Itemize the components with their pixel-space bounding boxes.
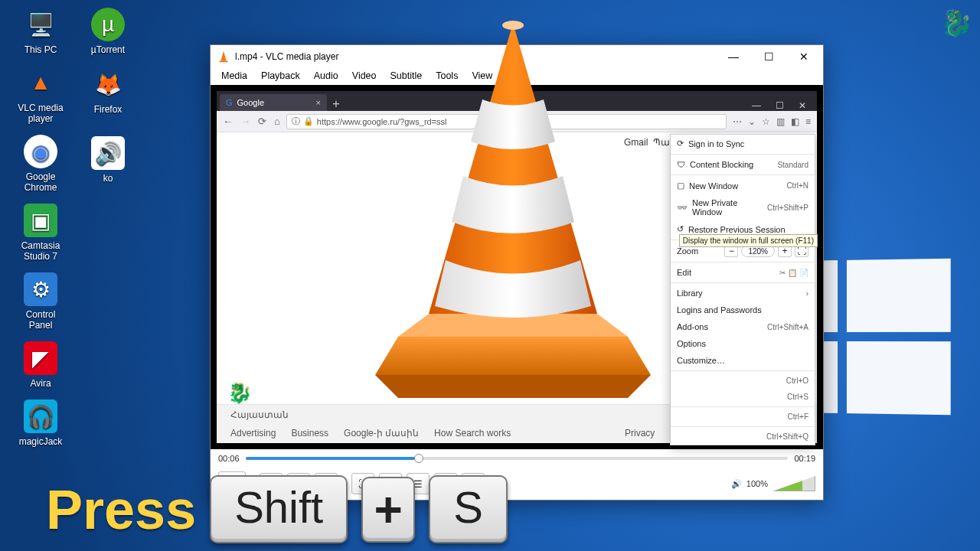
ff-maximize-button[interactable]: ☐ (768, 100, 791, 111)
menu-save-page[interactable]: Ctrl+S (671, 389, 815, 405)
menu-help[interactable]: Help (500, 68, 532, 85)
reader-icon[interactable]: ⋯ (733, 116, 742, 127)
ff-close-button[interactable]: ✕ (791, 100, 814, 111)
sync-icon: ⟳ (677, 139, 684, 148)
menu-video[interactable]: Video (346, 68, 383, 85)
key-s: S (429, 475, 508, 543)
tab-close-icon[interactable]: × (316, 98, 321, 107)
firefox-toolbar: ← → ⟳ ⌂ ⓘ 🔒 https://www.google.ru/?gws_r… (217, 111, 817, 132)
vlc-window: l.mp4 - VLC media player — ☐ ✕ Media Pla… (210, 44, 824, 500)
desktop-icon-chrome[interactable]: ◉Google Chrome (14, 135, 67, 193)
window-icon: ▢ (677, 181, 684, 191)
menu-library[interactable]: Library› (671, 285, 815, 302)
dragon-watermark-icon: 🐉 (940, 8, 972, 38)
menu-audio[interactable]: Audio (308, 68, 345, 85)
desktop-icon-ko[interactable]: 🔊ko (81, 136, 135, 184)
address-bar[interactable]: ⓘ 🔒 https://www.google.ru/?gws_rd=ssl (286, 114, 727, 129)
back-button[interactable]: ← (223, 116, 233, 127)
mask-icon: 👓 (677, 203, 688, 213)
minimize-button[interactable]: — (716, 45, 751, 68)
desktop-icon-camtasia[interactable]: ▣Camtasia Studio 7 (14, 204, 67, 262)
menu-open-file[interactable]: Ctrl+O (671, 373, 815, 389)
volume-slider[interactable] (773, 476, 815, 491)
desktop-icon-magicjack[interactable]: 🎧magicJack (14, 399, 67, 447)
menu-options[interactable]: Options (671, 335, 815, 352)
menu-media[interactable]: Media (215, 68, 253, 85)
desktop-icon-utorrent[interactable]: µµTorrent (81, 8, 135, 55)
desktop-icon-control-panel[interactable]: ⚙Control Panel (14, 272, 67, 331)
new-tab-button[interactable]: + (327, 97, 345, 111)
menu-edit: Edit✂ 📋 📄 (671, 264, 815, 281)
svg-marker-0 (220, 51, 226, 61)
footer-advertising[interactable]: Advertising (230, 428, 276, 439)
restore-icon: ↺ (677, 224, 684, 234)
time-total[interactable]: 00:19 (794, 454, 815, 463)
forward-button[interactable]: → (240, 116, 250, 127)
menu-logins[interactable]: Logins and Passwords (671, 302, 815, 318)
menu-sign-in-sync[interactable]: ⟳Sign in to Sync (671, 135, 815, 152)
menu-find[interactable]: Ctrl+F (671, 409, 815, 425)
firefox-window-controls: — ☐ ✕ (745, 100, 814, 111)
instruction-text: Press (46, 478, 196, 541)
vlc-menubar: Media Playback Audio Video Subtitle Tool… (211, 68, 823, 85)
menu-playback[interactable]: Playback (255, 68, 306, 85)
seek-slider[interactable] (246, 453, 789, 464)
menu-tools[interactable]: Tools (430, 68, 464, 85)
vlc-seekbar-row: 00:06 00:19 (211, 449, 823, 468)
volume-label: 100% (746, 479, 768, 488)
time-elapsed[interactable]: 00:06 (218, 454, 240, 463)
hamburger-menu-button[interactable]: ≡ (805, 116, 811, 127)
menu-subtitle[interactable]: Subtitle (384, 68, 429, 85)
pocket-icon[interactable]: ⌄ (748, 116, 756, 127)
desktop-icon-this-pc[interactable]: 🖥️This PC (14, 8, 67, 55)
home-button[interactable]: ⌂ (274, 116, 280, 127)
vlc-video-area: G Google × + — ☐ ✕ ← → ⟳ ⌂ (211, 85, 823, 449)
desktop-icon-avira[interactable]: ◤Avira (14, 341, 67, 389)
svg-rect-1 (220, 60, 228, 62)
menu-view[interactable]: View (466, 68, 498, 85)
shield-icon: 🛡 (677, 160, 685, 169)
volume-control: 🔊 100% (731, 476, 815, 491)
menu-customize[interactable]: Customize… (671, 352, 815, 369)
fullscreen-tooltip: Display the window in full screen (F11) (679, 234, 818, 247)
menu-exit[interactable]: Ctrl+Shift+Q (671, 429, 815, 445)
desktop-icons: 🖥️This PC µµTorrent ▲VLC media player 🦊F… (14, 8, 106, 458)
star-icon[interactable]: ☆ (762, 116, 770, 127)
dragon-icon: 🐉 (227, 381, 252, 405)
footer-about[interactable]: Google-ի մասին (344, 428, 419, 439)
close-button[interactable]: ✕ (786, 45, 822, 68)
desktop-icon-vlc[interactable]: ▲VLC media player (14, 66, 67, 124)
library-icon[interactable]: ▥ (776, 116, 785, 127)
maximize-button[interactable]: ☐ (751, 45, 786, 68)
vlc-cone-icon (217, 50, 230, 64)
menu-addons[interactable]: Add-onsCtrl+Shift+A (671, 318, 815, 335)
shield-icon: ⓘ (292, 116, 300, 127)
firefox-app-menu: ⟳Sign in to Sync 🛡Content BlockingStanda… (670, 134, 815, 445)
instruction-overlay: Press Shift + S (46, 475, 508, 543)
ff-minimize-button[interactable]: — (745, 100, 768, 111)
menu-new-private-window[interactable]: 👓New Private WindowCtrl+Shift+P (671, 194, 815, 220)
footer-privacy[interactable]: Privacy (625, 428, 655, 439)
menu-content-blocking[interactable]: 🛡Content BlockingStandard (671, 156, 815, 173)
desktop-icon-firefox[interactable]: 🦊Firefox (81, 67, 135, 115)
mute-icon[interactable]: 🔊 (731, 479, 742, 489)
footer-how-search[interactable]: How Search works (434, 428, 511, 439)
reload-button[interactable]: ⟳ (258, 116, 266, 127)
firefox-tabstrip: G Google × + — ☐ ✕ (217, 91, 817, 111)
plus-icon: + (361, 477, 415, 543)
svg-point-5 (502, 21, 524, 30)
key-shift: Shift (210, 475, 348, 543)
vlc-title: l.mp4 - VLC media player (235, 51, 716, 62)
sidebar-icon[interactable]: ◧ (791, 116, 799, 127)
menu-new-window[interactable]: ▢New WindowCtrl+N (671, 177, 815, 194)
footer-business[interactable]: Business (291, 428, 328, 439)
vlc-titlebar[interactable]: l.mp4 - VLC media player — ☐ ✕ (211, 45, 823, 68)
firefox-tab-google[interactable]: G Google × (220, 94, 327, 111)
lock-icon: 🔒 (303, 116, 314, 126)
